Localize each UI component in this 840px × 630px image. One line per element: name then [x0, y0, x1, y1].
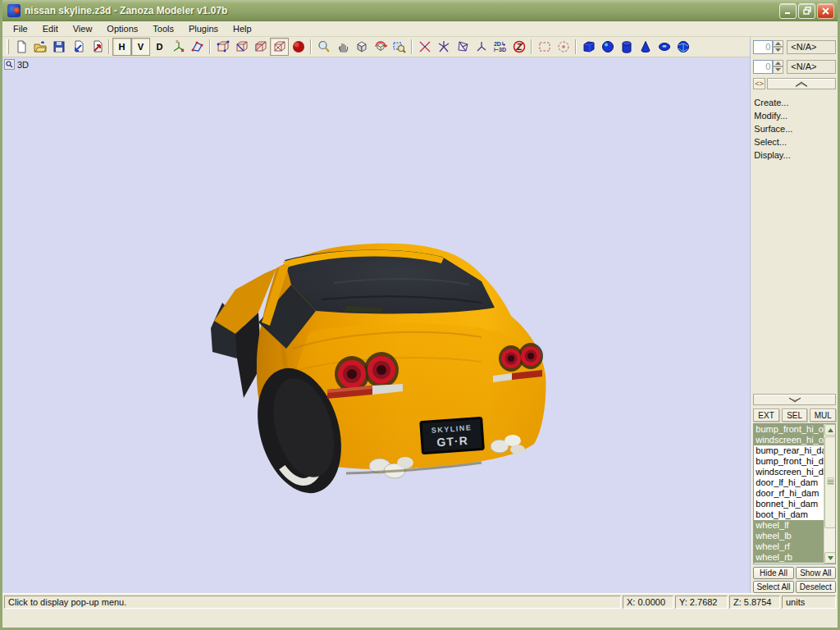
panel-menu-item[interactable]: Modify...: [754, 111, 836, 124]
object-list-item[interactable]: wheel_rf: [754, 541, 824, 552]
detach-faces-button[interactable]: [453, 38, 472, 56]
menu-item[interactable]: View: [66, 22, 100, 35]
axes-gizmo-button[interactable]: [169, 38, 188, 56]
panel-menu-item[interactable]: Select...: [754, 137, 836, 150]
object-list-item[interactable]: windscreen_hi_ok: [754, 435, 824, 445]
objects-mode-button[interactable]: [270, 38, 289, 56]
spinner-1-arrows[interactable]: [773, 40, 783, 54]
viewport-name: 3D: [17, 60, 29, 70]
minimize-button[interactable]: [779, 3, 797, 19]
edit-mesh-button[interactable]: [188, 38, 207, 56]
create-torus-button[interactable]: [655, 38, 673, 56]
menu-item[interactable]: Plugins: [181, 22, 226, 35]
v-toggle-button[interactable]: V: [131, 38, 150, 56]
select-rectangle-button[interactable]: [535, 38, 554, 56]
view-cube-button[interactable]: [352, 38, 371, 56]
list-action-button[interactable]: Deselect: [796, 581, 836, 593]
panel-menu-item[interactable]: Create...: [754, 98, 836, 111]
open-file-button[interactable]: [30, 38, 49, 56]
edges-mode-button[interactable]: [232, 38, 251, 56]
vertices-mode-button[interactable]: [213, 38, 232, 56]
create-sphere-button[interactable]: [598, 38, 617, 56]
object-list-item[interactable]: bonnet_hi_dam: [754, 499, 824, 509]
weld-vertices-button[interactable]: [415, 38, 434, 56]
create-geosphere-icon: [677, 40, 690, 53]
menu-item[interactable]: Tools: [145, 22, 181, 35]
new-file-button[interactable]: [11, 38, 30, 56]
restore-button[interactable]: [798, 3, 815, 19]
spinner-1-value[interactable]: 0: [753, 40, 773, 54]
export-file-button[interactable]: [87, 38, 106, 56]
viewport-zoom-icon[interactable]: [4, 59, 15, 70]
zoom-region-icon: [393, 40, 406, 53]
break-vertices-button[interactable]: [434, 38, 453, 56]
objects-mode-icon: [273, 40, 286, 53]
save-file-button[interactable]: [49, 38, 68, 56]
panel-menu-item[interactable]: Surface...: [754, 124, 836, 137]
zoom-region-button[interactable]: [390, 38, 409, 56]
spinner-2-arrows[interactable]: [773, 60, 783, 74]
create-cone-button[interactable]: [636, 38, 655, 56]
object-list-item[interactable]: wheel_rb: [754, 552, 824, 563]
list-action-button[interactable]: Hide All: [753, 567, 793, 579]
spin-up-icon[interactable]: [773, 40, 783, 48]
d-toggle-button[interactable]: D: [150, 38, 169, 56]
object-list-item[interactable]: wheel_lb: [754, 531, 824, 541]
object-list-item[interactable]: boot_hi_dam: [754, 509, 824, 520]
h-label: H: [119, 42, 126, 52]
car-model[interactable]: SKYLINE GT·R: [211, 234, 555, 496]
object-list-item[interactable]: door_rf_hi_dam: [754, 488, 824, 499]
zoom-button[interactable]: [314, 38, 333, 56]
object-list-item[interactable]: wheel_lf: [754, 520, 824, 531]
object-listbox[interactable]: bump_front_hi_okwindscreen_hi_okbump_rea…: [753, 423, 836, 564]
scroll-up-button[interactable]: [824, 424, 836, 436]
na-selector-1[interactable]: <N/A>: [787, 40, 836, 54]
scroll-thumb[interactable]: [824, 436, 836, 528]
object-list-item[interactable]: bump_rear_hi_dam: [754, 445, 824, 456]
mode-button[interactable]: MUL: [810, 409, 836, 422]
create-cylinder-button[interactable]: [617, 38, 636, 56]
expand-panel-button[interactable]: [753, 394, 836, 405]
spin-up-icon[interactable]: [773, 60, 783, 67]
mode-button[interactable]: EXT: [753, 409, 779, 422]
object-list-item[interactable]: door_lf_hi_dam: [754, 477, 824, 488]
object-list: bump_front_hi_okwindscreen_hi_okbump_rea…: [754, 424, 824, 564]
menu-item[interactable]: Options: [99, 22, 145, 35]
pan-button[interactable]: [333, 38, 352, 56]
spin-down-icon[interactable]: [773, 47, 783, 54]
local-axes-button[interactable]: [472, 38, 491, 56]
create-geosphere-button[interactable]: [673, 38, 692, 56]
list-scrollbar[interactable]: [824, 424, 835, 564]
scroll-down-button[interactable]: [824, 552, 836, 564]
menu-item[interactable]: Edit: [35, 22, 66, 35]
spinner-2-value[interactable]: 0: [753, 60, 773, 74]
create-box-button[interactable]: [579, 38, 598, 56]
pan-hand-icon: [336, 40, 349, 53]
material-sphere-button[interactable]: [289, 38, 308, 56]
h-toggle-button[interactable]: H: [112, 38, 131, 56]
import-file-button[interactable]: [68, 38, 87, 56]
spin-down-icon[interactable]: [773, 66, 783, 74]
object-list-item[interactable]: bump_front_hi_ok: [754, 424, 824, 435]
list-action-button[interactable]: Show All: [796, 567, 836, 579]
menu-item[interactable]: Help: [226, 22, 259, 35]
app-icon: [7, 4, 21, 17]
panel-menu-item[interactable]: Display...: [754, 150, 836, 163]
new-file-icon: [15, 40, 28, 53]
menu-item[interactable]: File: [6, 22, 35, 35]
collapse-panel-button[interactable]: [767, 78, 836, 89]
viewport-3d[interactable]: 3D: [2, 57, 750, 593]
rotate-view-button[interactable]: [371, 38, 390, 56]
na-selector-2[interactable]: <N/A>: [787, 60, 836, 74]
list-action-button[interactable]: Select All: [753, 581, 793, 593]
toolbar-separator: [531, 39, 532, 54]
swap-panel-button[interactable]: <>: [753, 78, 765, 89]
close-button[interactable]: [817, 3, 834, 19]
object-list-item[interactable]: windscreen_hi_dam: [754, 467, 824, 477]
object-list-item[interactable]: bump_front_hi_dam: [754, 456, 824, 467]
faces-mode-button[interactable]: [251, 38, 270, 56]
2d-3d-toggle-button[interactable]: 2D↳⊢3D: [491, 38, 509, 56]
no-z-buffer-button[interactable]: Z: [509, 38, 528, 56]
select-circle-button[interactable]: [554, 38, 573, 56]
mode-button[interactable]: SEL: [782, 409, 808, 422]
